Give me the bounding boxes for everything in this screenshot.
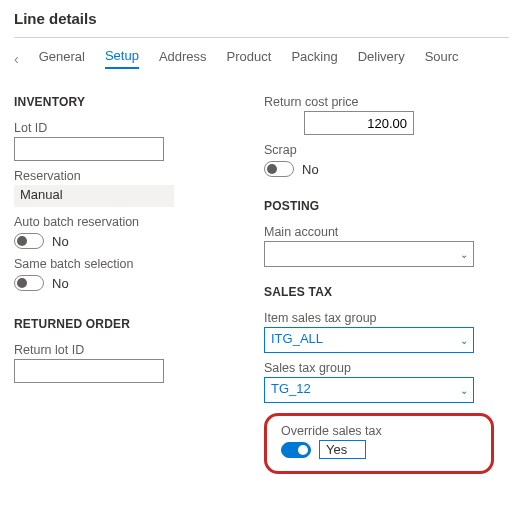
lot-id-label: Lot ID <box>14 121 214 135</box>
tab-setup[interactable]: Setup <box>105 48 139 69</box>
return-cost-input[interactable] <box>304 111 414 135</box>
reservation-label: Reservation <box>14 169 214 183</box>
override-sales-tax-value[interactable]: Yes <box>319 440 366 459</box>
section-returned-order: RETURNED ORDER <box>14 317 214 331</box>
return-cost-label: Return cost price <box>264 95 494 109</box>
tab-product[interactable]: Product <box>227 49 272 68</box>
return-lot-input[interactable] <box>14 359 164 383</box>
lot-id-input[interactable] <box>14 137 164 161</box>
section-sales-tax: SALES TAX <box>264 285 494 299</box>
tab-address[interactable]: Address <box>159 49 207 68</box>
page-title: Line details <box>14 10 509 37</box>
auto-batch-value: No <box>52 234 69 249</box>
tab-bar: ‹ General Setup Address Product Packing … <box>14 44 509 77</box>
sales-tax-group-select[interactable]: TG_12 <box>264 377 474 403</box>
override-sales-tax-toggle[interactable] <box>281 442 311 458</box>
scrap-toggle[interactable] <box>264 161 294 177</box>
divider <box>14 37 509 38</box>
override-sales-tax-label: Override sales tax <box>281 424 477 438</box>
section-posting: POSTING <box>264 199 494 213</box>
same-batch-value: No <box>52 276 69 291</box>
auto-batch-toggle[interactable] <box>14 233 44 249</box>
scrap-label: Scrap <box>264 143 494 157</box>
main-account-label: Main account <box>264 225 494 239</box>
item-sales-tax-group-label: Item sales tax group <box>264 311 494 325</box>
override-highlight: Override sales tax Yes <box>264 413 494 474</box>
same-batch-toggle[interactable] <box>14 275 44 291</box>
auto-batch-label: Auto batch reservation <box>14 215 214 229</box>
tab-general[interactable]: General <box>39 49 85 68</box>
chevron-left-icon[interactable]: ‹ <box>14 51 19 67</box>
sales-tax-group-label: Sales tax group <box>264 361 494 375</box>
tab-delivery[interactable]: Delivery <box>358 49 405 68</box>
tab-packing[interactable]: Packing <box>291 49 337 68</box>
return-lot-label: Return lot ID <box>14 343 214 357</box>
section-inventory: INVENTORY <box>14 95 214 109</box>
reservation-value[interactable]: Manual <box>14 185 174 207</box>
same-batch-label: Same batch selection <box>14 257 214 271</box>
tab-sourcing[interactable]: Sourc <box>425 49 459 68</box>
main-account-select[interactable] <box>264 241 474 267</box>
scrap-value: No <box>302 162 319 177</box>
item-sales-tax-group-select[interactable]: ITG_ALL <box>264 327 474 353</box>
